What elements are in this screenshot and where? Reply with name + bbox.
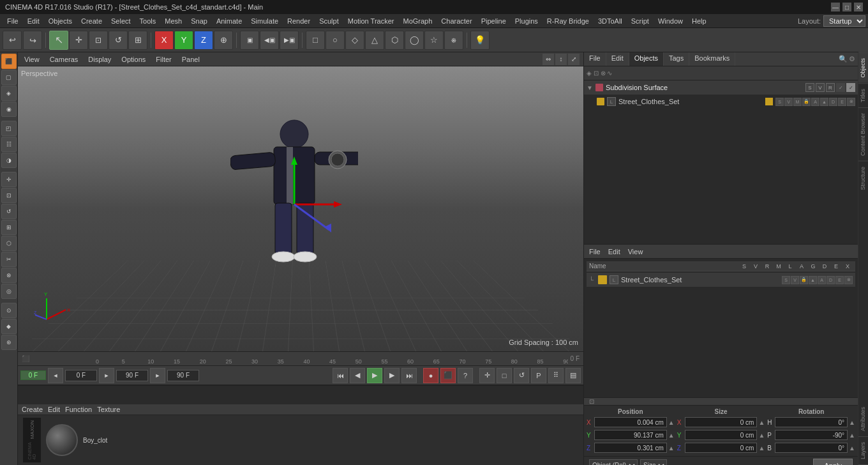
rot-p-value[interactable]: -90°	[775, 430, 848, 440]
cone-button[interactable]: △	[365, 31, 384, 50]
menu-motion-tracker[interactable]: Motion Tracker	[343, 16, 399, 26]
move-tool-button[interactable]: ✛	[69, 31, 88, 50]
record-pos-button[interactable]: ⬛	[440, 368, 456, 383]
magnet-btn[interactable]: ◎	[1, 284, 17, 299]
tab-tags[interactable]: Tags	[664, 52, 689, 66]
last-frame-button[interactable]: ⏭	[401, 368, 417, 383]
cycle-button[interactable]: ↺	[514, 368, 529, 383]
mat-toolbar-file[interactable]: File	[587, 248, 603, 255]
size-y-value[interactable]: 0 cm	[685, 430, 758, 440]
preview-end-input[interactable]	[167, 370, 199, 381]
obj-row-street-clothes[interactable]: L Street_Clothes_Set S V M 🔒 A ▲ D E ⊗	[584, 95, 858, 109]
mat-menu-edit[interactable]: Edit	[48, 406, 60, 413]
weld-btn[interactable]: ⊗	[1, 268, 17, 283]
ruler-marks[interactable]: 0 5 10 15 20 25 30 35 40 45 50 55 60 65 …	[96, 352, 568, 366]
camera-button[interactable]: ⎈	[444, 31, 463, 50]
end-frame-input[interactable]	[116, 370, 148, 381]
play-tl-button[interactable]: ▶	[367, 368, 382, 383]
phong-btn[interactable]: ◆	[1, 319, 17, 334]
tab-file[interactable]: File	[584, 52, 606, 66]
mat-toolbar-edit[interactable]: Edit	[606, 248, 623, 255]
prev-keyframe-button[interactable]: ▣	[240, 31, 259, 50]
viewport-icon-3[interactable]: ⤢	[568, 54, 580, 65]
size-x-value[interactable]: 0 cm	[685, 417, 758, 427]
all-axis-button[interactable]: ⊕	[214, 31, 233, 50]
mat-menu-function[interactable]: Function	[65, 406, 92, 413]
light-button[interactable]: 💡	[470, 31, 490, 50]
size-select[interactable]: Size	[640, 459, 667, 466]
tc-arrow-left[interactable]: ◄	[48, 368, 63, 383]
menu-pipeline[interactable]: Pipeline	[477, 16, 511, 26]
viewport-icon-2[interactable]: ↕	[555, 54, 567, 65]
record-help-button[interactable]: ?	[458, 368, 473, 383]
vp-menu-filter[interactable]: Filter	[153, 56, 174, 63]
cube-tl-button[interactable]: □	[497, 368, 512, 383]
y-axis-button[interactable]: Y	[174, 31, 193, 50]
pos-y-value[interactable]: 90.137 cm	[594, 430, 667, 440]
start-frame-input[interactable]	[65, 370, 97, 381]
next-frame-tl-button[interactable]: ▶	[384, 368, 400, 383]
apply-button[interactable]: Apply	[813, 459, 853, 466]
torus-button[interactable]: ◯	[405, 31, 424, 50]
menu-script[interactable]: Script	[627, 16, 654, 26]
points-mode-button[interactable]: ⬛	[1, 54, 17, 69]
play-button[interactable]: ▶▣	[280, 31, 299, 50]
uvw-mode-button[interactable]: ◉	[1, 102, 17, 117]
texture-mode-button[interactable]: ☷	[1, 137, 17, 152]
rotate-btn-lt[interactable]: ↺	[1, 204, 17, 219]
rot-b-value[interactable]: 0°	[775, 443, 848, 453]
menu-3dtoall[interactable]: 3DToAll	[594, 16, 627, 26]
edges-mode-button[interactable]: ▢	[1, 70, 17, 85]
prop-button[interactable]: P	[531, 368, 546, 383]
pos-z-value[interactable]: 0.301 cm	[594, 443, 667, 453]
transform-tool-button[interactable]: ⊞	[128, 31, 147, 50]
redo-button[interactable]: ↩	[23, 31, 42, 50]
menu-mograph[interactable]: MoGraph	[398, 16, 437, 26]
z-axis-button[interactable]: Z	[194, 31, 213, 50]
layout-tl-button[interactable]: ▤	[565, 368, 581, 383]
loop-select-btn[interactable]: ⊙	[1, 303, 17, 318]
menu-objects[interactable]: Objects	[44, 16, 77, 26]
dots-button[interactable]: ⠿	[548, 368, 564, 383]
rotate-tool-button[interactable]: ↺	[108, 31, 128, 50]
menu-render[interactable]: Render	[283, 16, 315, 26]
menu-animate[interactable]: Animate	[212, 16, 246, 26]
scale-btn-lt[interactable]: ⊡	[1, 188, 17, 203]
tab-objects[interactable]: Objects	[629, 52, 664, 66]
menu-rray[interactable]: R-Ray Bridge	[542, 16, 594, 26]
menu-simulate[interactable]: Simulate	[246, 16, 283, 26]
menu-file[interactable]: File	[3, 16, 23, 26]
first-frame-button[interactable]: ⏮	[333, 368, 348, 383]
menu-edit[interactable]: Edit	[23, 16, 44, 26]
vp-menu-options[interactable]: Options	[119, 56, 148, 63]
viewport[interactable]: Perspective Grid Spacing : 100 cm	[18, 66, 583, 351]
prev-frame-button[interactable]: ◀▣	[260, 31, 279, 50]
vp-menu-view[interactable]: View	[22, 56, 42, 63]
undo-button[interactable]: ↩	[3, 31, 22, 50]
rot-p-arrow[interactable]: ▲	[849, 432, 855, 439]
record-button[interactable]: ●	[423, 368, 438, 383]
prev-frame-tl-button[interactable]: ◀	[350, 368, 365, 383]
select-tool-button[interactable]: ↖	[49, 31, 68, 50]
paint-mode-button[interactable]: ◑	[1, 153, 17, 168]
menu-plugins[interactable]: Plugins	[511, 16, 542, 26]
obj-row-subdivision[interactable]: ▼ Subdivision Surface S V R ✓ ✓	[584, 80, 858, 95]
pos-x-arrow[interactable]: ▲	[668, 419, 675, 426]
knife-btn[interactable]: ✂	[1, 252, 17, 267]
ik-button[interactable]: ✛	[479, 368, 495, 383]
scale-tool-button[interactable]: ⊡	[89, 31, 108, 50]
size-x-arrow[interactable]: ▲	[758, 419, 765, 426]
vp-menu-cameras[interactable]: Cameras	[47, 56, 81, 63]
menu-character[interactable]: Character	[437, 16, 476, 26]
pos-z-arrow[interactable]: ▲	[668, 445, 675, 452]
mat-row-street-clothes[interactable]: └ L Street_Clothes_Set S V 🔒 ▲ A D E ⊗	[587, 273, 855, 287]
menu-snap[interactable]: Snap	[186, 16, 212, 26]
menu-select[interactable]: Select	[107, 16, 135, 26]
menu-create[interactable]: Create	[77, 16, 107, 26]
rot-b-arrow[interactable]: ▲	[849, 445, 855, 452]
mat-toolbar-view[interactable]: View	[625, 248, 646, 255]
extrude-btn[interactable]: ⊞	[1, 220, 17, 235]
mat-menu-create[interactable]: Create	[22, 406, 43, 413]
normal-btn[interactable]: ⊛	[1, 335, 17, 350]
vp-menu-panel[interactable]: Panel	[179, 56, 202, 63]
